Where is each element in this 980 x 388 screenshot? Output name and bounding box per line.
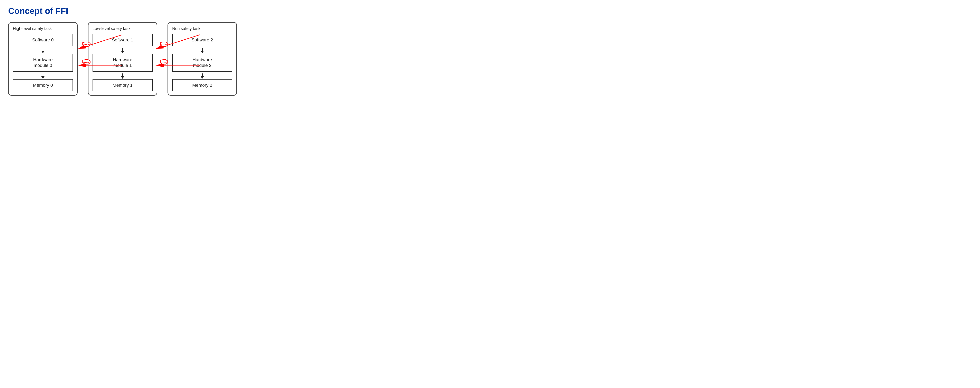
arrow-hw-mem-2: [172, 72, 232, 79]
software-box-2: Software 2: [172, 34, 232, 46]
hardware-box-0: Hardwaremodule 0: [13, 54, 73, 72]
task-box-0: High-level safety task Software 0 Hardwa…: [8, 22, 78, 96]
task-label-1: Low-level safety task: [92, 26, 153, 31]
arrow-hw-mem-0: [13, 72, 73, 79]
memory-box-2: Memory 2: [172, 79, 232, 92]
arrow-hw-mem-1: [92, 72, 153, 79]
hardware-box-2: Hardwaremodule 2: [172, 54, 232, 72]
task-box-2: Non safety task Software 2 Hardwaremodul…: [167, 22, 237, 96]
hardware-box-1: Hardwaremodule 1: [92, 54, 153, 72]
svg-marker-11: [161, 60, 168, 64]
arrow-sw-hw-0: [13, 46, 73, 54]
task-box-1: Low-level safety task Software 1 Hardwar…: [88, 22, 157, 96]
arrow-sw-hw-2: [172, 46, 232, 54]
svg-text:STOP: STOP: [161, 44, 167, 46]
diagram-container: High-level safety task Software 0 Hardwa…: [8, 22, 237, 96]
task-label-2: Non safety task: [172, 26, 232, 31]
svg-text:STOP: STOP: [161, 62, 167, 63]
software-box-0: Software 0: [13, 34, 73, 46]
page-title: Concept of FFI: [8, 6, 237, 16]
memory-box-0: Memory 0: [13, 79, 73, 92]
task-label-0: High-level safety task: [13, 26, 73, 31]
memory-box-1: Memory 1: [92, 79, 153, 92]
svg-marker-7: [161, 42, 168, 46]
arrow-sw-hw-1: [92, 46, 153, 54]
software-box-1: Software 1: [92, 34, 153, 46]
